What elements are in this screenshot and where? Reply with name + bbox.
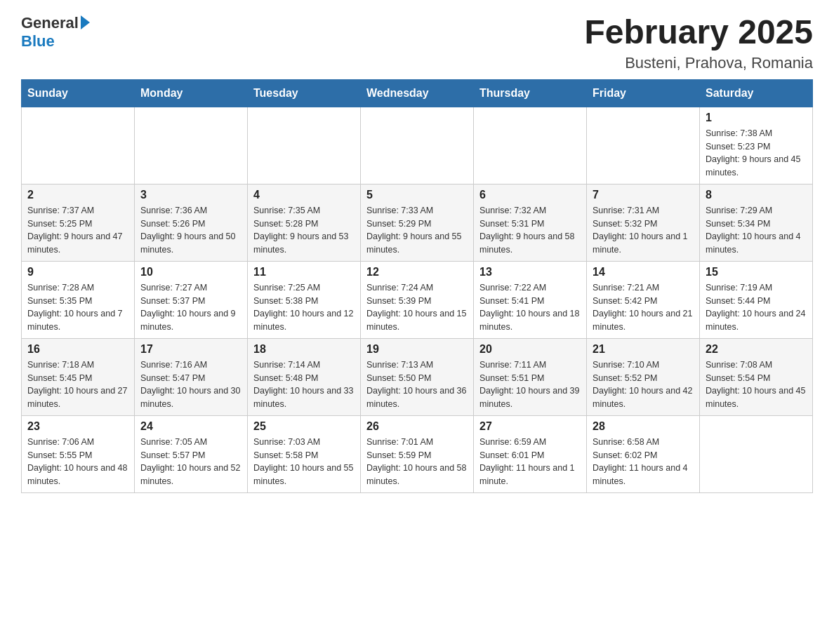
day-info: Sunrise: 6:58 AMSunset: 6:02 PMDaylight:… [593,436,694,488]
table-row: 22Sunrise: 7:08 AMSunset: 5:54 PMDayligh… [700,338,813,415]
calendar-table: Sunday Monday Tuesday Wednesday Thursday… [21,79,813,493]
logo-general-text: General [21,14,79,32]
day-number: 4 [253,189,355,201]
table-row: 23Sunrise: 7:06 AMSunset: 5:55 PMDayligh… [22,415,135,492]
day-info: Sunrise: 7:28 AMSunset: 5:35 PMDaylight:… [27,281,128,334]
day-number: 13 [479,266,581,279]
table-row: 7Sunrise: 7:31 AMSunset: 5:32 PMDaylight… [587,184,700,261]
day-number: 3 [140,189,241,201]
table-row: 6Sunrise: 7:32 AMSunset: 5:31 PMDaylight… [474,184,587,261]
col-tuesday: Tuesday [248,79,361,107]
table-row: 18Sunrise: 7:14 AMSunset: 5:48 PMDayligh… [248,338,361,415]
day-info: Sunrise: 7:14 AMSunset: 5:48 PMDaylight:… [253,358,355,411]
table-row: 14Sunrise: 7:21 AMSunset: 5:42 PMDayligh… [587,261,700,338]
day-info: Sunrise: 7:24 AMSunset: 5:39 PMDaylight:… [366,281,468,334]
table-row: 5Sunrise: 7:33 AMSunset: 5:29 PMDaylight… [361,184,474,261]
table-row [135,107,248,184]
day-info: Sunrise: 7:38 AMSunset: 5:23 PMDaylight:… [706,127,807,180]
table-row: 28Sunrise: 6:58 AMSunset: 6:02 PMDayligh… [587,415,700,492]
col-saturday: Saturday [700,79,813,107]
day-info: Sunrise: 7:03 AMSunset: 5:58 PMDaylight:… [253,436,355,488]
table-row [248,107,361,184]
day-info: Sunrise: 6:59 AMSunset: 6:01 PMDaylight:… [479,436,581,488]
table-row: 1Sunrise: 7:38 AMSunset: 5:23 PMDaylight… [700,107,813,184]
table-row: 8Sunrise: 7:29 AMSunset: 5:34 PMDaylight… [700,184,813,261]
day-number: 18 [253,343,355,356]
table-row: 13Sunrise: 7:22 AMSunset: 5:41 PMDayligh… [474,261,587,338]
day-number: 10 [140,266,241,279]
day-number: 21 [593,343,694,356]
day-info: Sunrise: 7:35 AMSunset: 5:28 PMDaylight:… [253,204,355,257]
table-row: 2Sunrise: 7:37 AMSunset: 5:25 PMDaylight… [22,184,135,261]
location-subtitle: Busteni, Prahova, Romania [584,54,813,72]
calendar-week-row: 2Sunrise: 7:37 AMSunset: 5:25 PMDaylight… [22,184,813,261]
table-row: 16Sunrise: 7:18 AMSunset: 5:45 PMDayligh… [22,338,135,415]
day-number: 16 [27,343,128,356]
calendar-week-row: 16Sunrise: 7:18 AMSunset: 5:45 PMDayligh… [22,338,813,415]
table-row: 9Sunrise: 7:28 AMSunset: 5:35 PMDaylight… [22,261,135,338]
table-row [587,107,700,184]
day-info: Sunrise: 7:21 AMSunset: 5:42 PMDaylight:… [593,281,694,334]
day-number: 19 [366,343,468,356]
day-info: Sunrise: 7:37 AMSunset: 5:25 PMDaylight:… [27,204,128,257]
title-block: February 2025 Busteni, Prahova, Romania [584,14,813,72]
day-info: Sunrise: 7:33 AMSunset: 5:29 PMDaylight:… [366,204,468,257]
table-row: 11Sunrise: 7:25 AMSunset: 5:38 PMDayligh… [248,261,361,338]
col-thursday: Thursday [474,79,587,107]
day-info: Sunrise: 7:11 AMSunset: 5:51 PMDaylight:… [479,358,581,411]
col-monday: Monday [135,79,248,107]
day-info: Sunrise: 7:36 AMSunset: 5:26 PMDaylight:… [140,204,241,257]
day-number: 25 [253,420,355,433]
page-header: General Blue February 2025 Busteni, Prah… [21,14,813,72]
table-row: 27Sunrise: 6:59 AMSunset: 6:01 PMDayligh… [474,415,587,492]
day-info: Sunrise: 7:19 AMSunset: 5:44 PMDaylight:… [706,281,807,334]
day-number: 12 [366,266,468,279]
table-row: 17Sunrise: 7:16 AMSunset: 5:47 PMDayligh… [135,338,248,415]
col-sunday: Sunday [22,79,135,107]
table-row: 19Sunrise: 7:13 AMSunset: 5:50 PMDayligh… [361,338,474,415]
calendar-header-row: Sunday Monday Tuesday Wednesday Thursday… [22,79,813,107]
day-number: 15 [706,266,807,279]
col-friday: Friday [587,79,700,107]
day-number: 20 [479,343,581,356]
day-info: Sunrise: 7:32 AMSunset: 5:31 PMDaylight:… [479,204,581,257]
table-row: 26Sunrise: 7:01 AMSunset: 5:59 PMDayligh… [361,415,474,492]
table-row: 24Sunrise: 7:05 AMSunset: 5:57 PMDayligh… [135,415,248,492]
day-info: Sunrise: 7:01 AMSunset: 5:59 PMDaylight:… [366,436,468,488]
table-row: 15Sunrise: 7:19 AMSunset: 5:44 PMDayligh… [700,261,813,338]
table-row: 25Sunrise: 7:03 AMSunset: 5:58 PMDayligh… [248,415,361,492]
table-row [22,107,135,184]
day-info: Sunrise: 7:29 AMSunset: 5:34 PMDaylight:… [706,204,807,257]
day-number: 22 [706,343,807,356]
month-year-title: February 2025 [584,14,813,51]
table-row [361,107,474,184]
day-number: 1 [706,112,807,124]
col-wednesday: Wednesday [361,79,474,107]
day-info: Sunrise: 7:31 AMSunset: 5:32 PMDaylight:… [593,204,694,257]
table-row: 4Sunrise: 7:35 AMSunset: 5:28 PMDaylight… [248,184,361,261]
day-number: 7 [593,189,694,201]
day-number: 26 [366,420,468,433]
table-row [700,415,813,492]
logo: General Blue [21,14,90,51]
day-info: Sunrise: 7:18 AMSunset: 5:45 PMDaylight:… [27,358,128,411]
day-number: 8 [706,189,807,201]
day-info: Sunrise: 7:05 AMSunset: 5:57 PMDaylight:… [140,436,241,488]
day-info: Sunrise: 7:25 AMSunset: 5:38 PMDaylight:… [253,281,355,334]
day-info: Sunrise: 7:10 AMSunset: 5:52 PMDaylight:… [593,358,694,411]
day-info: Sunrise: 7:27 AMSunset: 5:37 PMDaylight:… [140,281,241,334]
calendar-week-row: 23Sunrise: 7:06 AMSunset: 5:55 PMDayligh… [22,415,813,492]
calendar-week-row: 1Sunrise: 7:38 AMSunset: 5:23 PMDaylight… [22,107,813,184]
day-number: 28 [593,420,694,433]
table-row: 10Sunrise: 7:27 AMSunset: 5:37 PMDayligh… [135,261,248,338]
day-info: Sunrise: 7:08 AMSunset: 5:54 PMDaylight:… [706,358,807,411]
day-number: 5 [366,189,468,201]
table-row: 21Sunrise: 7:10 AMSunset: 5:52 PMDayligh… [587,338,700,415]
day-number: 14 [593,266,694,279]
day-info: Sunrise: 7:13 AMSunset: 5:50 PMDaylight:… [366,358,468,411]
day-number: 2 [27,189,128,201]
day-info: Sunrise: 7:22 AMSunset: 5:41 PMDaylight:… [479,281,581,334]
day-number: 27 [479,420,581,433]
day-info: Sunrise: 7:06 AMSunset: 5:55 PMDaylight:… [27,436,128,488]
table-row [474,107,587,184]
